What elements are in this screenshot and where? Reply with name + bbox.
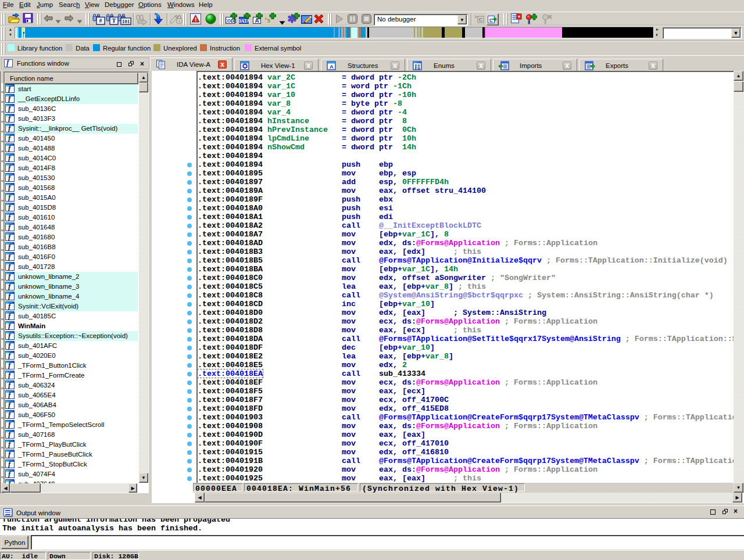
svg-text:T: T xyxy=(112,17,116,24)
svg-text:#: # xyxy=(99,17,102,24)
svg-text:A: A xyxy=(330,63,334,70)
svg-text:C: C xyxy=(479,17,483,23)
svg-text:c: c xyxy=(489,17,493,23)
svg-text:101: 101 xyxy=(122,19,130,24)
